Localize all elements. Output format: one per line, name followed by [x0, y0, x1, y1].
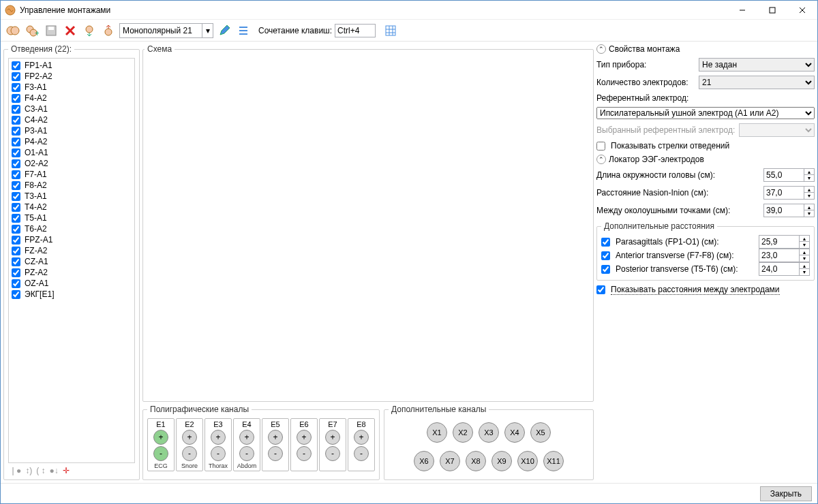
lead-checkbox[interactable]: [12, 170, 20, 179]
poly-minus[interactable]: -: [325, 446, 340, 461]
ref-elec-select[interactable]: Ипсилатеральный ушной электрод (A1 или A…: [596, 107, 815, 119]
extra-channel-button[interactable]: X6: [414, 451, 434, 471]
spin-up[interactable]: ▲: [804, 187, 814, 193]
new-montage-button[interactable]: [5, 22, 21, 39]
lead-item[interactable]: CZ-A1: [10, 256, 133, 267]
para-input[interactable]: [759, 235, 800, 249]
props-header[interactable]: ⌃ Свойства монтажа: [596, 44, 815, 54]
ear-input[interactable]: [763, 204, 804, 217]
poly-channel[interactable]: E2+-Snore: [176, 418, 203, 471]
lead-checkbox[interactable]: [12, 72, 20, 81]
lead-item[interactable]: T5-A1: [10, 212, 133, 223]
collapse-icon[interactable]: ⌃: [596, 155, 606, 164]
poly-plus[interactable]: +: [239, 430, 254, 445]
electrode-icon[interactable]: ●↓: [50, 466, 59, 475]
montage-name-input[interactable]: [120, 24, 202, 37]
lead-checkbox[interactable]: [12, 290, 20, 299]
show-arrows-checkbox[interactable]: [596, 142, 605, 151]
lead-checkbox[interactable]: [12, 214, 20, 223]
lead-checkbox[interactable]: [12, 279, 20, 288]
lead-checkbox[interactable]: [12, 138, 20, 146]
poly-plus[interactable]: +: [354, 430, 369, 445]
poly-plus[interactable]: +: [297, 430, 312, 445]
poly-minus[interactable]: -: [297, 446, 312, 461]
poly-channel[interactable]: E5+-: [262, 418, 289, 471]
split-icon[interactable]: ↕): [25, 466, 32, 475]
poly-plus[interactable]: +: [325, 430, 340, 445]
lead-item[interactable]: OZ-A1: [10, 278, 133, 289]
lead-checkbox[interactable]: [12, 203, 20, 212]
chevron-down-icon[interactable]: ▾: [202, 24, 213, 37]
lead-checkbox[interactable]: [12, 94, 20, 103]
minimize-button[interactable]: [727, 1, 757, 20]
lead-item[interactable]: T6-A2: [10, 223, 133, 234]
extra-channel-button[interactable]: X1: [427, 422, 447, 443]
poly-channel[interactable]: E4+-Abdom: [233, 418, 260, 471]
nasion-input[interactable]: [763, 186, 804, 200]
lead-checkbox[interactable]: [12, 159, 20, 168]
leads-list[interactable]: FP1-A1FP2-A2F3-A1F4-A2C3-A1C4-A2P3-A1P4-…: [8, 58, 135, 463]
close-button[interactable]: Закрыть: [760, 486, 812, 501]
lead-checkbox[interactable]: [12, 105, 20, 114]
lead-checkbox[interactable]: [12, 257, 20, 266]
lead-item[interactable]: P4-A2: [10, 136, 133, 147]
spin-down[interactable]: ▼: [804, 175, 814, 181]
post-input[interactable]: [759, 262, 800, 276]
close-window-button[interactable]: [787, 1, 817, 20]
spin-down[interactable]: ▼: [804, 210, 814, 217]
lead-item[interactable]: C4-A2: [10, 114, 133, 125]
lead-checkbox[interactable]: [12, 116, 20, 125]
bracket-icon[interactable]: ( ↕: [36, 466, 45, 475]
poly-channel[interactable]: E8+-: [348, 418, 375, 471]
lead-checkbox[interactable]: [12, 236, 20, 245]
shortcut-input[interactable]: [335, 24, 376, 37]
ant-input[interactable]: [759, 249, 800, 262]
lead-checkbox[interactable]: [12, 181, 20, 190]
poly-plus[interactable]: +: [182, 430, 197, 445]
device-type-select[interactable]: Не задан: [699, 58, 815, 72]
lead-item[interactable]: ЭКГ[E1]: [10, 289, 133, 300]
export-button[interactable]: [100, 22, 117, 39]
poly-minus[interactable]: -: [354, 446, 369, 461]
lead-item[interactable]: F3-A1: [10, 82, 133, 93]
add-cross-icon[interactable]: ✛: [63, 466, 70, 475]
para-checkbox[interactable]: [601, 238, 610, 247]
collapse-icon[interactable]: ⌃: [596, 44, 606, 54]
lead-checkbox[interactable]: [12, 225, 20, 234]
poly-channel[interactable]: E7+-: [319, 418, 346, 471]
spin-up[interactable]: ▲: [804, 204, 814, 210]
extra-channel-button[interactable]: X8: [466, 451, 486, 471]
circ-input[interactable]: [763, 168, 804, 182]
poly-channel[interactable]: E3+-Thorax: [204, 418, 232, 471]
lead-item[interactable]: T3-A1: [10, 191, 133, 202]
lead-checkbox[interactable]: [12, 61, 20, 70]
maximize-button[interactable]: [757, 1, 787, 20]
poly-channel[interactable]: E1+-ECG: [147, 418, 175, 471]
copy-montage-button[interactable]: +: [24, 22, 40, 39]
post-checkbox[interactable]: [601, 265, 610, 274]
extra-channel-button[interactable]: X10: [517, 451, 538, 471]
locator-header[interactable]: ⌃ Локатор ЭЭГ-электродов: [596, 155, 815, 164]
lead-checkbox[interactable]: [12, 83, 20, 92]
lead-item[interactable]: FP1-A1: [10, 60, 133, 71]
show-dist-checkbox[interactable]: [596, 285, 605, 294]
extra-channel-button[interactable]: X2: [453, 422, 473, 443]
lead-item[interactable]: FPZ-A1: [10, 234, 133, 245]
poly-minus[interactable]: -: [211, 446, 226, 461]
lead-item[interactable]: F4-A2: [10, 93, 133, 104]
lead-item[interactable]: PZ-A2: [10, 267, 133, 278]
poly-minus[interactable]: -: [153, 446, 168, 461]
lead-item[interactable]: FZ-A2: [10, 245, 133, 256]
ant-checkbox[interactable]: [601, 251, 610, 260]
extra-channel-button[interactable]: X3: [479, 422, 499, 443]
lead-item[interactable]: F8-A2: [10, 180, 133, 191]
delete-button[interactable]: [62, 22, 78, 39]
elec-count-select[interactable]: 21: [699, 76, 815, 89]
marker-icon[interactable]: ❘●: [10, 466, 21, 475]
poly-channel[interactable]: E6+-: [290, 418, 318, 471]
import-button[interactable]: [81, 22, 97, 39]
save-button[interactable]: [43, 22, 59, 39]
montage-name-combo[interactable]: ▾: [119, 23, 213, 38]
poly-plus[interactable]: +: [211, 430, 226, 445]
extra-channel-button[interactable]: X5: [530, 422, 551, 443]
